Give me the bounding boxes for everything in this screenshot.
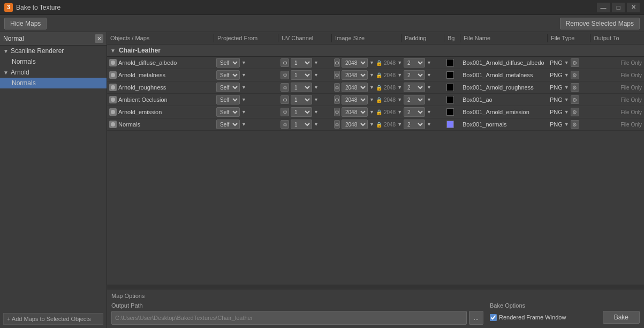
filetype-gear-button[interactable]: ⚙ (571, 71, 579, 79)
projected-arrow: ▼ (241, 85, 246, 90)
browse-button[interactable]: ... (469, 311, 483, 325)
imagesize-arrow2: ▼ (397, 122, 401, 127)
imagesize-select[interactable]: 2048 (342, 83, 368, 92)
projected-select[interactable]: Self (216, 83, 240, 92)
td-padding: 2 ▼ (401, 118, 444, 130)
group-row[interactable]: ▼ Chair-Leather (107, 44, 644, 57)
imagesize-select[interactable]: 2048 (342, 70, 368, 80)
hide-maps-button[interactable]: Hide Maps (4, 18, 47, 29)
tree-item-normals-arnold[interactable]: Normals (0, 78, 107, 88)
bg-color-swatch[interactable] (446, 84, 454, 91)
uv-select[interactable]: 1 (291, 107, 312, 117)
maximize-button[interactable]: □ (612, 3, 625, 12)
td-uv: ⚙ 1 ▼ (278, 81, 332, 93)
imagesize-gear-button[interactable]: ⚙ (334, 71, 340, 79)
uv-select[interactable]: 1 (291, 58, 312, 68)
padding-arrow: ▼ (427, 85, 431, 90)
uv-gear-button[interactable]: ⚙ (281, 108, 289, 116)
td-padding: 2 ▼ (401, 81, 444, 93)
uv-select[interactable]: 1 (291, 120, 312, 129)
td-imagesize: ⚙ 2048 ▼ 🔒 2048 ▼ (332, 106, 401, 118)
filetype-gear-button[interactable]: ⚙ (571, 108, 579, 116)
uv-gear-button[interactable]: ⚙ (281, 83, 289, 92)
imagesize-select[interactable]: 2048 (342, 58, 368, 68)
output-to-text: File Only (621, 60, 642, 66)
tree-item-arnold[interactable]: ▼ Arnold (0, 67, 107, 78)
lock-icon: 🔒 (376, 122, 382, 128)
filetype-gear-button[interactable]: ⚙ (571, 58, 579, 67)
uv-select[interactable]: 1 (291, 70, 312, 80)
td-bg (444, 95, 460, 105)
output-path-input[interactable] (111, 311, 467, 325)
window-title: Bake to Texture (16, 4, 597, 11)
td-filename: Box001_normals (460, 120, 548, 129)
padding-select[interactable]: 2 (404, 107, 425, 117)
tree-label-normals-arnold: Normals (12, 79, 36, 87)
uv-gear-button[interactable]: ⚙ (281, 58, 289, 67)
imagesize-gear-button[interactable]: ⚙ (334, 108, 340, 116)
uv-gear-button[interactable]: ⚙ (281, 95, 289, 104)
th-file-type: File Type (548, 34, 590, 42)
uv-select[interactable]: 1 (291, 95, 312, 105)
bottom-row: Output Path ... Bake Options Rendered Fr… (111, 302, 640, 325)
padding-select[interactable]: 2 (404, 120, 425, 129)
uv-select[interactable]: 1 (291, 83, 312, 92)
filetype-gear-button[interactable]: ⚙ (571, 120, 579, 129)
output-to-text: File Only (621, 97, 642, 103)
padding-select[interactable]: 2 (404, 95, 425, 105)
table-header: Objects / Maps Projected From UV Channel… (107, 32, 644, 44)
imagesize-gear-button[interactable]: ⚙ (334, 120, 340, 129)
imagesize-val: 2048 (384, 72, 396, 78)
bake-button[interactable]: Bake (603, 311, 640, 324)
bg-color-swatch[interactable] (446, 96, 454, 103)
filetype-gear-button[interactable]: ⚙ (571, 95, 579, 104)
svg-point-5 (111, 122, 115, 126)
remove-selected-button[interactable]: Remove Selected Maps (560, 18, 640, 29)
projected-select[interactable]: Self (216, 58, 240, 68)
imagesize-select[interactable]: 2048 (342, 120, 368, 129)
svg-point-2 (111, 85, 115, 90)
output-path-label: Output Path (111, 302, 483, 309)
projected-select[interactable]: Self (216, 120, 240, 129)
map-name: Arnold_emission (118, 109, 162, 115)
imagesize-gear-button[interactable]: ⚙ (334, 58, 340, 67)
tree-item-normals-scanline[interactable]: Normals (0, 56, 107, 67)
horizontal-scrollbar[interactable] (107, 285, 644, 289)
imagesize-gear-button[interactable]: ⚙ (334, 83, 340, 92)
rendered-frame-window-checkbox[interactable] (490, 314, 497, 321)
map-icon (109, 71, 117, 79)
projected-select[interactable]: Self (216, 107, 240, 117)
padding-select[interactable]: 2 (404, 83, 425, 92)
td-filetype: PNG ▼ ⚙ (548, 94, 590, 105)
filetype-gear-button[interactable]: ⚙ (571, 83, 579, 92)
padding-select[interactable]: 2 (404, 58, 425, 68)
close-button[interactable]: ✕ (627, 3, 640, 12)
bg-color-swatch[interactable] (446, 108, 454, 116)
padding-arrow: ▼ (427, 109, 431, 115)
add-maps-button[interactable]: + Add Maps to Selected Objects (3, 313, 103, 325)
left-panel: Normal ✕ ▼ Scanline Renderer Normals ▼ A… (0, 32, 107, 328)
bg-color-swatch[interactable] (446, 121, 454, 128)
bake-options-label: Bake Options (490, 302, 640, 309)
td-bg (444, 83, 460, 92)
imagesize-select[interactable]: 2048 (342, 107, 368, 117)
uv-gear-button[interactable]: ⚙ (281, 120, 289, 129)
td-uv: ⚙ 1 ▼ (278, 94, 332, 106)
th-uv-channel: UV Channel (278, 34, 332, 42)
uv-gear-button[interactable]: ⚙ (281, 71, 289, 79)
table-row: Arnold_roughness Self ▼ ⚙ 1 ▼ ⚙ 2048 ▼ 🔒… (107, 81, 644, 94)
left-panel-close-button[interactable]: ✕ (95, 34, 103, 43)
bg-color-swatch[interactable] (446, 59, 454, 66)
th-file-name: File Name (460, 34, 548, 42)
minimize-button[interactable]: — (597, 3, 610, 12)
rendered-frame-window-label[interactable]: Rendered Frame Window (490, 314, 566, 321)
bg-color-swatch[interactable] (446, 71, 454, 79)
td-projected: Self ▼ (214, 81, 278, 93)
imagesize-gear-button[interactable]: ⚙ (334, 95, 340, 104)
tree-item-scanline[interactable]: ▼ Scanline Renderer (0, 46, 107, 56)
projected-select[interactable]: Self (216, 95, 240, 105)
projected-arrow: ▼ (241, 60, 246, 65)
imagesize-select[interactable]: 2048 (342, 95, 368, 105)
padding-select[interactable]: 2 (404, 70, 425, 80)
projected-select[interactable]: Self (216, 70, 240, 80)
